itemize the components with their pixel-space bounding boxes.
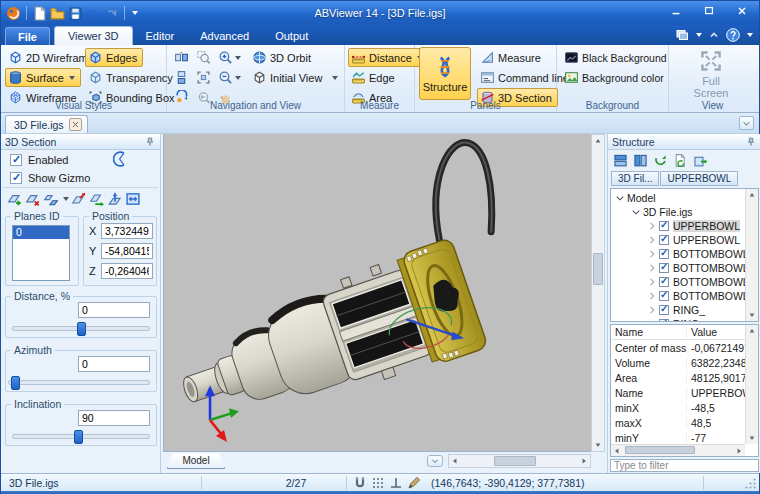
position-z-field[interactable] bbox=[101, 263, 153, 279]
view-dropdown[interactable] bbox=[327, 68, 341, 87]
tree-node-label[interactable]: UPPERBOWL bbox=[673, 234, 740, 246]
tree-node-label[interactable]: UPPERBOWL bbox=[673, 220, 740, 232]
edge-button[interactable]: Edge bbox=[348, 68, 401, 87]
horizontal-scroll-thumb[interactable] bbox=[494, 456, 536, 466]
enabled-checkbox[interactable] bbox=[10, 154, 22, 166]
expand-collapse-icon[interactable] bbox=[615, 193, 625, 203]
property-row[interactable]: Center of mass-0,0672149757 bbox=[611, 340, 758, 355]
plane-dropdown[interactable] bbox=[63, 197, 69, 201]
save-button[interactable] bbox=[68, 6, 83, 21]
property-row[interactable]: Area48125,9017897 bbox=[611, 370, 758, 385]
surface-dropdown[interactable] bbox=[69, 76, 75, 80]
viewport-horizontal-scrollbar[interactable] bbox=[448, 454, 591, 468]
scroll-up-icon[interactable] bbox=[748, 327, 756, 335]
plane-axis-z-button[interactable] bbox=[107, 191, 123, 207]
scroll-right-icon[interactable] bbox=[735, 447, 743, 455]
full-screen-button[interactable]: Full Screen bbox=[685, 47, 737, 100]
azimuth-field[interactable] bbox=[78, 356, 150, 372]
flip-plane-button[interactable] bbox=[43, 191, 59, 207]
tree-row[interactable]: Model bbox=[611, 191, 758, 205]
scroll-left-icon[interactable] bbox=[451, 457, 459, 465]
expand-collapse-icon[interactable] bbox=[631, 207, 641, 217]
grid-icon[interactable] bbox=[371, 476, 385, 490]
delete-plane-button[interactable] bbox=[25, 191, 41, 207]
tree-row[interactable]: BOTTOMBOWL bbox=[611, 289, 758, 303]
plane-axis-x-button[interactable] bbox=[89, 191, 105, 207]
distance-slider-thumb[interactable] bbox=[77, 322, 86, 336]
minimize-button[interactable] bbox=[662, 3, 689, 18]
position-x-field[interactable] bbox=[101, 223, 153, 239]
reload-file-button[interactable] bbox=[673, 153, 688, 168]
property-row[interactable]: NameUPPERBOWL bbox=[611, 385, 758, 400]
snap-magnet-icon[interactable] bbox=[353, 476, 367, 490]
scroll-right-icon[interactable] bbox=[580, 457, 588, 465]
scroll-left-icon[interactable] bbox=[613, 447, 621, 455]
visibility-checkbox[interactable] bbox=[659, 291, 669, 301]
value-column-header[interactable]: Value bbox=[687, 326, 717, 338]
visibility-checkbox[interactable] bbox=[659, 221, 669, 231]
qat-customize-dropdown[interactable] bbox=[132, 11, 138, 15]
distance-field[interactable] bbox=[78, 302, 150, 318]
draw-mode-icon[interactable] bbox=[407, 476, 421, 490]
pin-icon[interactable] bbox=[144, 136, 156, 148]
property-row[interactable]: minX-48,5 bbox=[611, 400, 758, 415]
expand-icon[interactable] bbox=[647, 263, 657, 273]
tree-row[interactable]: RING_ bbox=[611, 303, 758, 317]
style-dropdown[interactable] bbox=[696, 33, 702, 37]
scroll-up-icon[interactable] bbox=[748, 191, 756, 199]
flip-vertical-button[interactable] bbox=[171, 68, 191, 87]
open-file-button[interactable] bbox=[50, 6, 65, 21]
scroll-down-icon[interactable] bbox=[748, 311, 756, 319]
visibility-checkbox[interactable] bbox=[659, 319, 669, 322]
help-dropdown[interactable] bbox=[747, 33, 753, 37]
visibility-checkbox[interactable] bbox=[659, 277, 669, 287]
tree-node-label[interactable]: RING_ bbox=[673, 304, 705, 316]
visibility-checkbox[interactable] bbox=[659, 235, 669, 245]
surface-button[interactable]: Surface bbox=[5, 68, 81, 87]
tab-editor[interactable]: Editor bbox=[133, 26, 188, 45]
window-style-button[interactable] bbox=[675, 28, 689, 42]
zoom-extents-button[interactable] bbox=[193, 68, 213, 87]
tree-row[interactable]: UPPERBOWL bbox=[611, 233, 758, 247]
tree-row[interactable]: BOTTOMBOWL bbox=[611, 275, 758, 289]
properties-horizontal-scrollbar[interactable] bbox=[611, 444, 745, 456]
initial-view-button[interactable]: Initial View bbox=[249, 68, 328, 87]
scroll-down-icon[interactable] bbox=[594, 441, 602, 449]
tree-scrollbar[interactable] bbox=[745, 189, 758, 321]
tab-list-button[interactable] bbox=[739, 116, 754, 130]
plane-fit-button[interactable] bbox=[125, 191, 141, 207]
ortho-icon[interactable] bbox=[389, 476, 403, 490]
horizontal-scroll-thumb[interactable] bbox=[625, 446, 695, 454]
plane-list-item[interactable]: 0 bbox=[13, 226, 69, 239]
position-y-field[interactable] bbox=[101, 243, 153, 259]
tab-output[interactable]: Output bbox=[262, 26, 321, 45]
new-document-button[interactable] bbox=[32, 6, 47, 21]
pin-icon[interactable] bbox=[745, 136, 757, 148]
expand-icon[interactable] bbox=[647, 249, 657, 259]
azimuth-slider[interactable] bbox=[8, 380, 150, 385]
flip-horizontal-button[interactable] bbox=[171, 48, 191, 67]
property-row[interactable]: minY-77 bbox=[611, 430, 758, 445]
filter-input[interactable] bbox=[610, 459, 759, 472]
azimuth-slider-thumb[interactable] bbox=[11, 376, 20, 390]
3d-orbit-button[interactable]: 3D Orbit bbox=[249, 48, 317, 67]
tree-node-label[interactable]: 3D File.igs bbox=[643, 206, 693, 218]
expand-icon[interactable] bbox=[647, 319, 657, 322]
expand-icon[interactable] bbox=[647, 305, 657, 315]
planes-id-list[interactable]: 0 bbox=[12, 225, 70, 281]
model-tab[interactable]: Model bbox=[167, 453, 225, 469]
help-button[interactable] bbox=[726, 28, 740, 42]
undo-button[interactable] bbox=[86, 6, 101, 21]
expand-icon[interactable] bbox=[647, 235, 657, 245]
breadcrumb-upperbowl[interactable]: UPPERBOWL bbox=[660, 171, 738, 186]
zoom-out-dropdown[interactable] bbox=[235, 76, 241, 80]
document-tab-3d-file[interactable]: 3D File.igs bbox=[5, 115, 88, 133]
export-button[interactable] bbox=[693, 153, 708, 168]
expand-icon[interactable] bbox=[647, 221, 657, 231]
black-background-button[interactable]: Black Background bbox=[561, 48, 673, 67]
inclination-field[interactable] bbox=[78, 410, 150, 426]
expand-icon[interactable] bbox=[647, 277, 657, 287]
tree-node-label[interactable]: RING_ bbox=[673, 318, 705, 322]
file-menu-button[interactable]: File bbox=[5, 27, 50, 45]
measure-panel-button[interactable]: Measure bbox=[477, 48, 547, 67]
